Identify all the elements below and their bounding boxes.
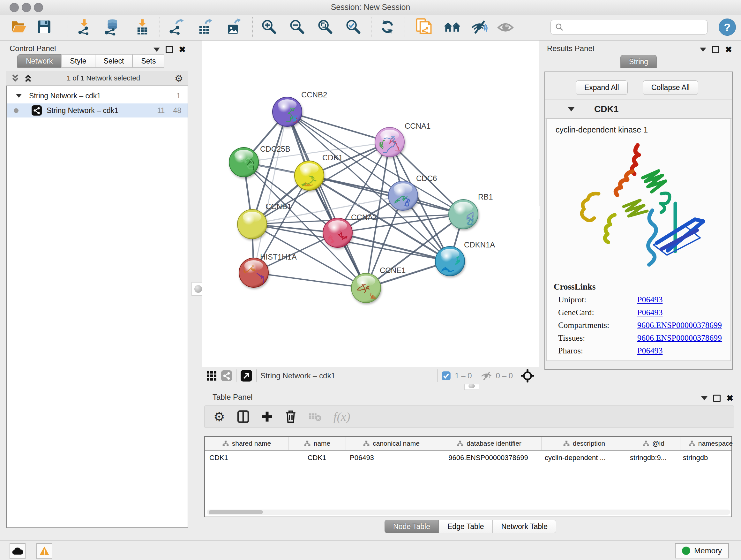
zoom-fit-icon — [317, 18, 333, 35]
network-share-gray-icon[interactable] — [221, 370, 232, 381]
float-panel-icon[interactable] — [165, 46, 173, 53]
panel-menu-icon[interactable] — [700, 48, 706, 52]
close-panel-icon[interactable]: ✖ — [179, 45, 186, 54]
network-options-gear-icon[interactable]: ⚙ — [175, 73, 183, 84]
clone-network-button[interactable] — [415, 18, 433, 36]
crosslink-link[interactable]: P06493 — [637, 295, 663, 305]
float-panel-icon[interactable] — [713, 395, 721, 402]
zoom-out-button[interactable] — [288, 18, 306, 36]
tab-edge-table[interactable]: Edge Table — [439, 520, 493, 533]
collection-expand-icon[interactable] — [16, 94, 22, 98]
import-network-file-button[interactable] — [75, 18, 93, 36]
column-header[interactable]: description — [542, 437, 627, 450]
show-columns-icon[interactable] — [237, 410, 249, 423]
network-edge[interactable] — [309, 176, 463, 214]
import-table-button[interactable] — [133, 18, 151, 36]
network-edge[interactable] — [254, 112, 287, 273]
table-cell[interactable]: stringdb — [678, 454, 739, 462]
table-cell[interactable]: CDK1 — [288, 454, 345, 462]
network-node-cdkn1a[interactable] — [435, 246, 465, 276]
network-node-ccnb1[interactable] — [238, 209, 267, 239]
network-node-ccnb2[interactable] — [273, 97, 302, 126]
panel-menu-icon[interactable] — [153, 48, 160, 52]
export-image-button[interactable] — [225, 18, 243, 36]
network-node-cdc25b[interactable] — [229, 147, 259, 177]
node-table[interactable]: shared name name canonical name database… — [204, 436, 732, 517]
close-panel-icon[interactable]: ✖ — [726, 394, 733, 402]
collapse-all-icon[interactable] — [11, 74, 19, 83]
network-row-selected[interactable]: String Network – cdk1 11 48 — [7, 104, 188, 118]
search-box[interactable] — [550, 20, 708, 35]
delete-column-icon[interactable] — [285, 410, 296, 423]
table-cell[interactable]: P06493 — [345, 454, 436, 462]
table-cell[interactable]: cyclin-dependent ... — [540, 454, 625, 462]
warnings-button[interactable] — [37, 543, 52, 559]
export-network-button[interactable] — [167, 18, 185, 36]
add-column-icon[interactable] — [261, 411, 273, 422]
crosslink-link[interactable]: 9606.ENSP00000378699 — [637, 333, 722, 343]
tab-style[interactable]: Style — [61, 54, 95, 68]
network-node-ccna1[interactable] — [375, 127, 404, 157]
hidden-eye-icon[interactable] — [480, 370, 493, 381]
horizontal-scrollbar[interactable] — [207, 509, 730, 515]
help-button[interactable]: ? — [719, 18, 736, 36]
table-options-gear-icon[interactable]: ⚙ — [213, 409, 225, 424]
column-header[interactable]: namespace — [680, 437, 741, 450]
close-panel-icon[interactable]: ✖ — [725, 45, 732, 54]
network-edge[interactable] — [254, 273, 366, 288]
merge-networks-button[interactable] — [444, 18, 461, 36]
table-cell[interactable]: 9606.ENSP00000378699 — [436, 454, 540, 462]
network-edge[interactable] — [287, 112, 366, 288]
panel-menu-icon[interactable] — [701, 396, 708, 400]
tab-network[interactable]: Network — [17, 54, 61, 68]
network-edge[interactable] — [287, 112, 390, 142]
tab-select[interactable]: Select — [95, 54, 133, 68]
network-canvas[interactable]: CCNB2CCNA1CDC25BCDK1CDC6RB1CCNB1CCNA2CDK… — [202, 41, 539, 367]
network-node-rb1[interactable] — [449, 199, 478, 229]
table-cell[interactable]: stringdb:9... — [625, 454, 678, 462]
network-collection-row[interactable]: String Network – cdk1 1 — [7, 89, 188, 103]
open-session-button[interactable] — [10, 18, 27, 36]
zoom-in-button[interactable] — [260, 18, 278, 36]
save-session-button[interactable] — [35, 18, 53, 36]
search-input[interactable] — [567, 23, 707, 32]
network-node-ccne1[interactable] — [351, 273, 381, 303]
crosslink-link[interactable]: P06493 — [637, 308, 663, 317]
network-node-hist1h1a[interactable] — [239, 258, 268, 287]
fit-selected-crosshair-icon[interactable] — [521, 369, 534, 382]
zoom-fit-button[interactable] — [316, 18, 334, 36]
tab-node-table[interactable]: Node Table — [385, 520, 439, 533]
expand-all-icon[interactable] — [24, 74, 32, 83]
crosslink-link[interactable]: 9606.ENSP00000378699 — [637, 320, 722, 330]
column-header[interactable]: @id — [627, 437, 680, 450]
import-network-database-button[interactable] — [103, 18, 121, 36]
scrollbar-thumb[interactable] — [209, 510, 263, 514]
selected-checkbox-icon[interactable] — [441, 371, 451, 381]
tab-sets[interactable]: Sets — [132, 54, 164, 68]
hide-selected-button[interactable] — [470, 18, 488, 36]
refresh-button[interactable] — [379, 18, 396, 36]
cdk1-section-header[interactable]: CDK1 — [545, 100, 732, 118]
network-node-cdc6[interactable] — [388, 181, 418, 210]
tab-string[interactable]: String — [620, 55, 657, 68]
network-node-cdk1[interactable] — [294, 161, 324, 190]
grid-view-icon[interactable] — [206, 370, 217, 381]
column-header[interactable]: name — [289, 437, 346, 450]
zoom-selected-button[interactable] — [344, 18, 362, 36]
cloud-button[interactable] — [10, 543, 25, 559]
network-node-ccna2[interactable] — [323, 218, 352, 247]
column-header[interactable]: database identifier — [437, 437, 542, 450]
crosslink-link[interactable]: P06493 — [637, 346, 663, 356]
table-cell[interactable]: CDK1 — [205, 454, 288, 462]
column-header[interactable]: canonical name — [346, 437, 437, 450]
expand-all-button[interactable]: Expand All — [576, 80, 628, 95]
export-table-button[interactable] — [196, 18, 214, 36]
collapse-section-icon[interactable] — [568, 107, 575, 111]
show-all-button[interactable] — [496, 18, 515, 36]
collapse-all-button[interactable]: Collapse All — [643, 80, 698, 95]
memory-button[interactable]: Memory — [675, 543, 729, 558]
tab-network-table[interactable]: Network Table — [493, 520, 556, 533]
column-header[interactable]: shared name — [205, 437, 289, 450]
birdseye-view-icon[interactable] — [240, 370, 253, 382]
float-panel-icon[interactable] — [712, 46, 719, 53]
